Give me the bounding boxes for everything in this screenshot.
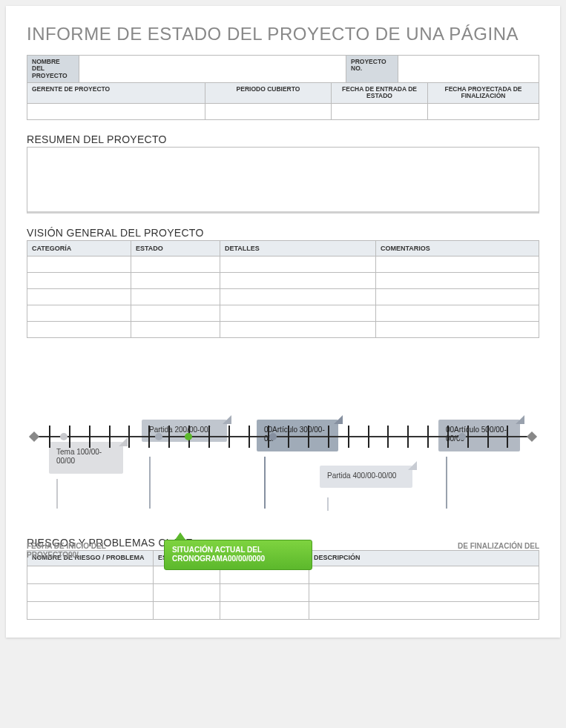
timeline-axis	[34, 420, 532, 453]
overview-col-category: CATEGORÍA	[27, 240, 131, 256]
table-cell[interactable]	[220, 288, 376, 305]
timeline-tick	[148, 426, 150, 448]
table-cell[interactable]	[309, 601, 539, 619]
timeline-section: Tema 100/00-00/00 Partida 200/00-00/ 00A…	[27, 420, 539, 523]
table-cell[interactable]	[376, 288, 539, 305]
timeline-pointer	[446, 457, 447, 509]
risks-col-desc: DESCRIPCIÓN	[309, 550, 539, 566]
timeline-marker	[269, 433, 277, 440]
table-cell[interactable]	[220, 321, 376, 337]
project-no-label: PROYECTO NO.	[346, 56, 398, 83]
timeline-tick	[368, 426, 369, 448]
timeline-pointer	[264, 457, 266, 509]
timeline-tick	[328, 426, 329, 448]
manager-cell[interactable]	[27, 103, 205, 119]
project-header-table-2: GERENTE DE PROYECTO PERIODO CUBIERTO FEC…	[27, 82, 539, 120]
timeline-tick	[348, 426, 349, 448]
table-cell[interactable]	[376, 321, 539, 337]
timeline-end-diamond-icon	[527, 431, 537, 442]
timeline-marker	[60, 433, 68, 440]
table-cell[interactable]	[131, 272, 220, 288]
timeline-current-arrow-icon	[175, 532, 185, 540]
summary-box[interactable]	[27, 147, 539, 214]
timeline-pointer	[56, 479, 58, 509]
table-cell[interactable]	[376, 272, 539, 288]
timeline-start-diamond-icon	[29, 431, 39, 442]
table-cell[interactable]	[220, 601, 309, 619]
table-cell[interactable]	[131, 288, 220, 305]
timeline-tick	[487, 426, 489, 448]
table-cell[interactable]	[27, 305, 131, 321]
table-cell[interactable]	[220, 256, 376, 272]
page-title: INFORME DE ESTADO DEL PROYECTO DE UNA PÁ…	[27, 24, 539, 44]
table-cell[interactable]	[309, 583, 539, 601]
timeline-tick	[49, 426, 50, 448]
project-name-cell[interactable]	[79, 56, 346, 83]
timeline-tick	[168, 426, 170, 448]
timeline-tick	[447, 426, 449, 448]
timeline-tick	[407, 426, 409, 448]
period-label: PERIODO CUBIERTO	[205, 83, 332, 104]
overview-col-comments: COMENTARIOS	[376, 240, 539, 256]
timeline-tick	[467, 426, 469, 448]
project-name-label: NOMBRE DEL PROYECTO	[27, 56, 79, 83]
table-cell[interactable]	[27, 601, 154, 619]
table-cell[interactable]	[220, 272, 376, 288]
manager-label: GERENTE DE PROYECTO	[27, 83, 205, 104]
timeline-end-label: DE FINALIZACIÓN DEL	[458, 542, 539, 551]
overview-col-details: DETALLES	[220, 240, 376, 256]
status-date-label: FECHA DE ENTRADA DE ESTADO	[332, 83, 428, 104]
project-header-table: NOMBRE DEL PROYECTO PROYECTO NO.	[27, 55, 539, 83]
timeline-tick	[109, 426, 111, 448]
timeline-tick	[308, 426, 309, 448]
timeline-tick	[128, 426, 130, 448]
timeline-pointer	[149, 457, 151, 509]
table-cell[interactable]	[27, 566, 154, 583]
status-date-cell[interactable]	[332, 103, 428, 119]
table-cell[interactable]	[220, 583, 309, 601]
table-cell[interactable]	[27, 288, 131, 305]
overview-table: CATEGORÍA ESTADO DETALLES COMENTARIOS	[27, 240, 539, 338]
timeline-tick	[89, 426, 91, 448]
document-page: INFORME DE ESTADO DEL PROYECTO DE UNA PÁ…	[6, 6, 560, 638]
table-cell[interactable]	[27, 256, 131, 272]
timeline-tick	[427, 426, 429, 448]
timeline-tick	[69, 426, 70, 448]
timeline-start-label: FECHA DE INICIO DEL PROYECTO00/	[27, 542, 108, 560]
timeline-tick	[288, 426, 289, 448]
table-cell[interactable]	[131, 305, 220, 321]
table-cell[interactable]	[131, 321, 220, 337]
overview-heading: VISIÓN GENERAL DEL PROYECTO	[27, 227, 539, 239]
timeline-current-status: SITUACIÓN ACTUAL DEL CRONOGRAMA00/00/000…	[164, 540, 312, 570]
table-cell[interactable]	[309, 566, 539, 583]
timeline-current-label: SITUACIÓN ACTUAL DEL CRONOGRAMA00/00/000…	[172, 546, 265, 563]
timeline-marker	[155, 433, 162, 440]
timeline-tick	[387, 426, 389, 448]
timeline-tick	[249, 426, 250, 448]
table-cell[interactable]	[154, 583, 220, 601]
table-cell[interactable]	[27, 583, 154, 601]
timeline-tick	[228, 426, 230, 448]
period-cell[interactable]	[205, 103, 332, 119]
table-cell[interactable]	[131, 256, 220, 272]
timeline-marker	[458, 433, 466, 440]
table-cell[interactable]	[27, 272, 131, 288]
overview-col-status: ESTADO	[131, 240, 220, 256]
completion-cell[interactable]	[428, 103, 539, 119]
timeline-tick	[507, 426, 508, 448]
timeline-pointer	[327, 497, 329, 511]
timeline-callout-4: Partida 400/00-00/00	[320, 466, 412, 489]
table-cell[interactable]	[154, 601, 220, 619]
summary-heading: RESUMEN DEL PROYECTO	[27, 133, 539, 145]
project-no-cell[interactable]	[398, 56, 539, 83]
timeline-marker-current	[185, 433, 192, 440]
table-cell[interactable]	[376, 305, 539, 321]
timeline-tick	[208, 426, 210, 448]
timeline-callout-label: Partida 400/00-00/00	[327, 471, 396, 480]
table-cell[interactable]	[376, 256, 539, 272]
completion-label: FECHA PROYECTADA DE FINALIZACIÓN	[428, 83, 539, 104]
table-cell[interactable]	[220, 305, 376, 321]
table-cell[interactable]	[27, 321, 131, 337]
